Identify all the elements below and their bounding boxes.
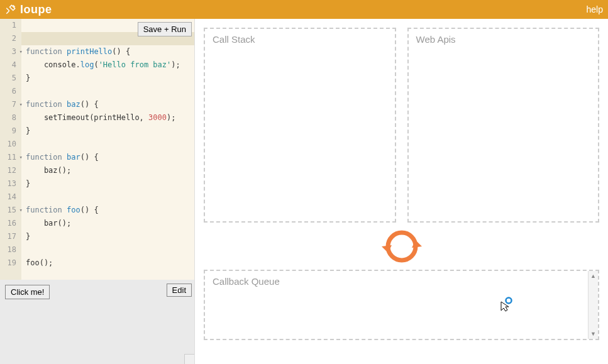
gutter-line: 15▾ bbox=[0, 204, 21, 217]
code-line[interactable]: baz(); bbox=[21, 164, 194, 177]
gutter-line: 10 bbox=[0, 138, 21, 151]
event-loop-icon bbox=[382, 229, 422, 264]
web-apis-title: Web Apis bbox=[416, 34, 456, 45]
tools-icon bbox=[5, 4, 16, 15]
gutter-line: 6 bbox=[0, 85, 21, 98]
app-title: loupe bbox=[20, 3, 52, 16]
code-line[interactable]: } bbox=[21, 72, 194, 85]
code-line[interactable]: function foo() { bbox=[21, 204, 194, 217]
scrollbar[interactable]: ▲ ▼ bbox=[588, 271, 598, 339]
save-run-button[interactable]: Save + Run bbox=[138, 22, 192, 36]
render-panel: Click me! Edit bbox=[0, 280, 194, 364]
code-line[interactable] bbox=[21, 138, 194, 151]
gutter-line: 16 bbox=[0, 217, 21, 230]
code-line[interactable]: bar(); bbox=[21, 217, 194, 230]
gutter-line: 1 bbox=[0, 19, 21, 32]
code-line[interactable] bbox=[21, 85, 194, 98]
gutter-line: 3▾ bbox=[0, 45, 21, 58]
code-line[interactable]: function baz() { bbox=[21, 98, 194, 111]
callback-queue-title: Callback Queue bbox=[213, 276, 280, 287]
code-line[interactable]: console.log('Hello from baz'); bbox=[21, 58, 194, 72]
help-link[interactable]: help bbox=[587, 4, 603, 14]
code-line[interactable]: } bbox=[21, 124, 194, 138]
scroll-down-icon[interactable]: ▼ bbox=[589, 329, 598, 339]
code-line[interactable]: } bbox=[21, 177, 194, 190]
gutter-line: 4 bbox=[0, 58, 21, 72]
editor-code[interactable]: function printHello() { console.log('Hel… bbox=[21, 19, 194, 270]
gutter-line: 17 bbox=[0, 230, 21, 243]
scroll-corner bbox=[184, 354, 194, 364]
code-line[interactable]: function bar() { bbox=[21, 151, 194, 164]
code-line[interactable]: } bbox=[21, 230, 194, 243]
left-column: Save + Run 123▾4567▾891011▾12131415▾1617… bbox=[0, 19, 195, 364]
code-line[interactable]: foo(); bbox=[21, 256, 194, 270]
gutter-line: 19 bbox=[0, 256, 21, 270]
web-apis-panel: Web Apis bbox=[407, 28, 600, 223]
edit-button[interactable]: Edit bbox=[167, 284, 192, 297]
code-line[interactable]: setTimeout(printHello, 3000); bbox=[21, 111, 194, 124]
app-header: loupe help bbox=[0, 0, 608, 19]
gutter-line: 5 bbox=[0, 72, 21, 85]
gutter-line: 13 bbox=[0, 177, 21, 190]
gutter-line: 9 bbox=[0, 124, 21, 138]
code-line[interactable] bbox=[21, 190, 194, 204]
code-line[interactable]: function printHello() { bbox=[21, 45, 194, 58]
call-stack-panel: Call Stack bbox=[204, 28, 396, 223]
gutter-line: 14 bbox=[0, 190, 21, 204]
callback-queue-panel: Callback Queue ▲ ▼ bbox=[204, 270, 599, 340]
code-editor[interactable]: Save + Run 123▾4567▾891011▾12131415▾1617… bbox=[0, 19, 194, 280]
scroll-up-icon[interactable]: ▲ bbox=[589, 271, 598, 281]
code-line[interactable] bbox=[21, 243, 194, 256]
click-me-button[interactable]: Click me! bbox=[5, 285, 50, 299]
gutter-line: 2 bbox=[0, 32, 21, 45]
call-stack-title: Call Stack bbox=[213, 34, 255, 45]
editor-gutter: 123▾4567▾891011▾12131415▾16171819 bbox=[0, 19, 21, 280]
right-column: Call Stack Web Apis Callback Queue bbox=[195, 19, 608, 364]
gutter-line: 18 bbox=[0, 243, 21, 256]
gutter-line: 8 bbox=[0, 111, 21, 124]
gutter-line: 12 bbox=[0, 164, 21, 177]
gutter-line: 7▾ bbox=[0, 98, 21, 111]
gutter-line: 11▾ bbox=[0, 151, 21, 164]
